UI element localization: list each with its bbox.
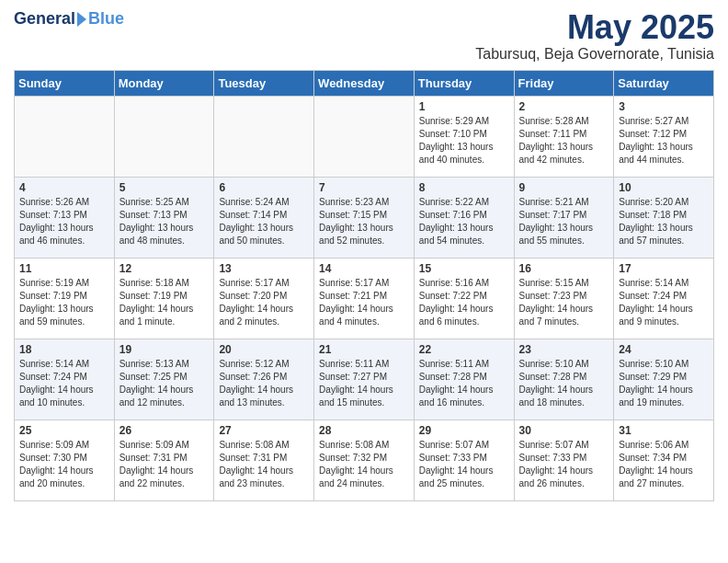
day-info: Sunrise: 5:26 AMSunset: 7:13 PMDaylight:…: [19, 196, 109, 247]
day-info: Sunrise: 5:13 AMSunset: 7:25 PMDaylight:…: [119, 358, 210, 409]
day-number: 22: [419, 343, 509, 356]
day-info: Sunrise: 5:09 AMSunset: 7:31 PMDaylight:…: [119, 439, 210, 490]
day-cell: 25Sunrise: 5:09 AMSunset: 7:30 PMDayligh…: [15, 419, 115, 500]
day-cell: 31Sunrise: 5:06 AMSunset: 7:34 PMDayligh…: [614, 419, 714, 500]
col-sunday: Sunday: [15, 70, 115, 96]
day-info: Sunrise: 5:17 AMSunset: 7:21 PMDaylight:…: [319, 277, 409, 328]
day-number: 26: [119, 424, 210, 437]
day-cell: 2Sunrise: 5:28 AMSunset: 7:11 PMDaylight…: [514, 96, 614, 177]
col-monday: Monday: [114, 70, 214, 96]
day-cell: 27Sunrise: 5:08 AMSunset: 7:31 PMDayligh…: [214, 419, 314, 500]
day-info: Sunrise: 5:19 AMSunset: 7:19 PMDaylight:…: [19, 277, 109, 328]
day-info: Sunrise: 5:11 AMSunset: 7:27 PMDaylight:…: [319, 358, 409, 409]
day-number: 10: [619, 181, 709, 194]
day-number: 4: [19, 181, 109, 194]
day-number: 30: [519, 424, 609, 437]
col-friday: Friday: [514, 70, 614, 96]
day-info: Sunrise: 5:07 AMSunset: 7:33 PMDaylight:…: [519, 439, 609, 490]
day-number: 3: [619, 100, 709, 113]
day-number: 27: [219, 424, 309, 437]
col-tuesday: Tuesday: [214, 70, 314, 96]
day-info: Sunrise: 5:18 AMSunset: 7:19 PMDaylight:…: [119, 277, 210, 328]
day-info: Sunrise: 5:21 AMSunset: 7:17 PMDaylight:…: [519, 196, 609, 247]
day-number: 28: [319, 424, 409, 437]
day-info: Sunrise: 5:22 AMSunset: 7:16 PMDaylight:…: [419, 196, 509, 247]
day-info: Sunrise: 5:08 AMSunset: 7:32 PMDaylight:…: [319, 439, 409, 490]
calendar-table: Sunday Monday Tuesday Wednesday Thursday…: [14, 70, 714, 501]
day-cell: 6Sunrise: 5:24 AMSunset: 7:14 PMDaylight…: [214, 177, 314, 258]
title-area: May 2025 Tabursuq, Beja Governorate, Tun…: [475, 9, 714, 63]
day-number: 12: [119, 262, 210, 275]
day-info: Sunrise: 5:14 AMSunset: 7:24 PMDaylight:…: [619, 277, 709, 328]
day-cell: 1Sunrise: 5:29 AMSunset: 7:10 PMDaylight…: [414, 96, 514, 177]
day-number: 19: [119, 343, 210, 356]
day-info: Sunrise: 5:29 AMSunset: 7:10 PMDaylight:…: [419, 115, 509, 167]
day-cell: 8Sunrise: 5:22 AMSunset: 7:16 PMDaylight…: [414, 177, 514, 258]
day-cell: 16Sunrise: 5:15 AMSunset: 7:23 PMDayligh…: [514, 258, 614, 339]
day-info: Sunrise: 5:14 AMSunset: 7:24 PMDaylight:…: [19, 358, 109, 409]
logo-general-text: General: [14, 9, 75, 29]
day-cell: 15Sunrise: 5:16 AMSunset: 7:22 PMDayligh…: [414, 258, 514, 339]
week-row-2: 4Sunrise: 5:26 AMSunset: 7:13 PMDaylight…: [15, 177, 714, 258]
week-row-3: 11Sunrise: 5:19 AMSunset: 7:19 PMDayligh…: [15, 258, 714, 339]
day-cell: 29Sunrise: 5:07 AMSunset: 7:33 PMDayligh…: [414, 419, 514, 500]
day-info: Sunrise: 5:12 AMSunset: 7:26 PMDaylight:…: [219, 358, 309, 409]
day-cell: 17Sunrise: 5:14 AMSunset: 7:24 PMDayligh…: [614, 258, 714, 339]
logo-arrow-icon: [77, 12, 86, 27]
day-number: 24: [619, 343, 709, 356]
day-cell: [15, 96, 115, 177]
col-saturday: Saturday: [614, 70, 714, 96]
day-number: 18: [19, 343, 109, 356]
day-cell: 3Sunrise: 5:27 AMSunset: 7:12 PMDaylight…: [614, 96, 714, 177]
day-number: 20: [219, 343, 309, 356]
day-info: Sunrise: 5:24 AMSunset: 7:14 PMDaylight:…: [219, 196, 309, 247]
week-row-1: 1Sunrise: 5:29 AMSunset: 7:10 PMDaylight…: [15, 96, 714, 177]
day-cell: 13Sunrise: 5:17 AMSunset: 7:20 PMDayligh…: [214, 258, 314, 339]
day-cell: 28Sunrise: 5:08 AMSunset: 7:32 PMDayligh…: [314, 419, 415, 500]
day-cell: 9Sunrise: 5:21 AMSunset: 7:17 PMDaylight…: [514, 177, 614, 258]
day-cell: [314, 96, 415, 177]
day-cell: [114, 96, 214, 177]
day-cell: 5Sunrise: 5:25 AMSunset: 7:13 PMDaylight…: [114, 177, 214, 258]
logo: General Blue: [14, 9, 124, 29]
day-info: Sunrise: 5:09 AMSunset: 7:30 PMDaylight:…: [19, 439, 109, 490]
day-info: Sunrise: 5:10 AMSunset: 7:29 PMDaylight:…: [619, 358, 709, 409]
col-wednesday: Wednesday: [314, 70, 415, 96]
day-info: Sunrise: 5:28 AMSunset: 7:11 PMDaylight:…: [519, 115, 609, 167]
day-number: 14: [319, 262, 409, 275]
day-info: Sunrise: 5:20 AMSunset: 7:18 PMDaylight:…: [619, 196, 709, 247]
day-cell: 18Sunrise: 5:14 AMSunset: 7:24 PMDayligh…: [15, 339, 115, 419]
day-number: 11: [19, 262, 109, 275]
day-cell: 11Sunrise: 5:19 AMSunset: 7:19 PMDayligh…: [15, 258, 115, 339]
day-info: Sunrise: 5:06 AMSunset: 7:34 PMDaylight:…: [619, 439, 709, 490]
day-info: Sunrise: 5:23 AMSunset: 7:15 PMDaylight:…: [319, 196, 409, 247]
day-info: Sunrise: 5:16 AMSunset: 7:22 PMDaylight:…: [419, 277, 509, 328]
day-cell: 4Sunrise: 5:26 AMSunset: 7:13 PMDaylight…: [15, 177, 115, 258]
day-number: 16: [519, 262, 609, 275]
day-info: Sunrise: 5:10 AMSunset: 7:28 PMDaylight:…: [519, 358, 609, 409]
day-cell: 22Sunrise: 5:11 AMSunset: 7:28 PMDayligh…: [414, 339, 514, 419]
day-cell: 30Sunrise: 5:07 AMSunset: 7:33 PMDayligh…: [514, 419, 614, 500]
day-info: Sunrise: 5:11 AMSunset: 7:28 PMDaylight:…: [419, 358, 509, 409]
day-number: 23: [519, 343, 609, 356]
day-cell: 19Sunrise: 5:13 AMSunset: 7:25 PMDayligh…: [114, 339, 214, 419]
day-cell: 26Sunrise: 5:09 AMSunset: 7:31 PMDayligh…: [114, 419, 214, 500]
col-thursday: Thursday: [414, 70, 514, 96]
location: Tabursuq, Beja Governorate, Tunisia: [475, 46, 714, 63]
day-cell: 24Sunrise: 5:10 AMSunset: 7:29 PMDayligh…: [614, 339, 714, 419]
day-number: 21: [319, 343, 409, 356]
day-number: 9: [519, 181, 609, 194]
day-number: 8: [419, 181, 509, 194]
week-row-5: 25Sunrise: 5:09 AMSunset: 7:30 PMDayligh…: [15, 419, 714, 500]
day-number: 25: [19, 424, 109, 437]
day-number: 15: [419, 262, 509, 275]
day-info: Sunrise: 5:15 AMSunset: 7:23 PMDaylight:…: [519, 277, 609, 328]
day-number: 31: [619, 424, 709, 437]
day-cell: 12Sunrise: 5:18 AMSunset: 7:19 PMDayligh…: [114, 258, 214, 339]
day-number: 13: [219, 262, 309, 275]
month-title: May 2025: [475, 9, 714, 46]
day-cell: 14Sunrise: 5:17 AMSunset: 7:21 PMDayligh…: [314, 258, 415, 339]
day-info: Sunrise: 5:27 AMSunset: 7:12 PMDaylight:…: [619, 115, 709, 167]
day-info: Sunrise: 5:07 AMSunset: 7:33 PMDaylight:…: [419, 439, 509, 490]
day-number: 1: [419, 100, 509, 113]
